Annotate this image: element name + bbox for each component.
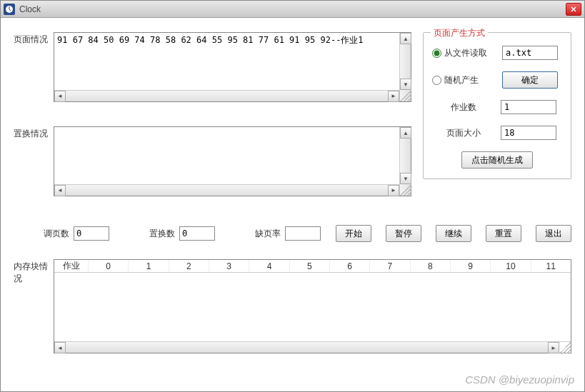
window-title: Clock [19, 4, 41, 14]
scroll-right-icon[interactable]: ► [388, 91, 399, 102]
resize-grip-icon [559, 342, 571, 353]
radio-random-label: 随机产生 [444, 74, 479, 86]
miss-input[interactable] [285, 226, 321, 241]
scroll-left-icon[interactable]: ◄ [54, 91, 66, 102]
exit-button[interactable]: 退出 [536, 225, 571, 242]
v-scrollbar[interactable]: ▲ ▼ [399, 33, 411, 101]
memory-header-0: 0 [89, 260, 129, 272]
pages-input[interactable] [74, 226, 109, 241]
close-icon [571, 6, 576, 12]
memory-header-6: 6 [330, 260, 370, 272]
memory-header-7: 7 [370, 260, 410, 272]
memory-header-9: 9 [451, 260, 491, 272]
resize-grip-icon [400, 90, 411, 101]
replace-situation-label: 置换情况 [14, 126, 54, 140]
close-button[interactable] [566, 3, 581, 16]
scroll-up-icon[interactable]: ▲ [400, 127, 411, 139]
scroll-right-icon[interactable]: ► [388, 185, 399, 196]
resize-grip-icon [400, 184, 411, 196]
memory-header-1: 1 [129, 260, 169, 272]
miss-label: 缺页率 [255, 228, 281, 240]
replaces-label: 置换数 [149, 228, 175, 240]
pagesize-label: 页面大小 [432, 127, 495, 139]
stats-row: 调页数 置换数 缺页率 开始 暂停 继续 重置 退出 [14, 225, 571, 242]
radio-from-file[interactable] [432, 49, 441, 58]
app-window: Clock 页面情况 91 67 84 50 69 74 78 58 62 64… [0, 0, 585, 392]
content-area: 页面情况 91 67 84 50 69 74 78 58 62 64 55 95… [1, 18, 584, 391]
pause-button[interactable]: 暂停 [386, 225, 421, 242]
h-scrollbar[interactable]: ◄ ► [54, 341, 571, 353]
h-scrollbar[interactable]: ◄ ► [54, 90, 399, 101]
scroll-down-icon[interactable]: ▼ [400, 173, 411, 184]
page-situation-textarea[interactable]: 91 67 84 50 69 74 78 58 62 64 55 95 81 7… [54, 32, 411, 102]
replace-situation-textarea[interactable]: ◄ ► ▲ ▼ [54, 126, 411, 196]
h-scrollbar[interactable]: ◄ ► [54, 184, 399, 196]
radio-from-file-label: 从文件读取 [444, 47, 487, 59]
memory-header-11: 11 [531, 260, 571, 272]
replaces-input[interactable] [179, 226, 215, 241]
generation-groupbox: 页面产生方式 从文件读取 随机产生 确定 [423, 32, 571, 179]
app-icon [4, 4, 15, 15]
memory-header-5: 5 [290, 260, 330, 272]
memory-header-3: 3 [209, 260, 249, 272]
memory-grid[interactable]: 作业 0 1 2 3 4 5 6 7 8 9 10 11 ◄ [54, 259, 571, 353]
v-scrollbar[interactable]: ▲ ▼ [399, 127, 411, 196]
random-generate-button[interactable]: 点击随机生成 [461, 151, 533, 169]
memory-header-8: 8 [411, 260, 451, 272]
continue-button[interactable]: 继续 [436, 225, 471, 242]
scroll-left-icon[interactable]: ◄ [54, 342, 66, 353]
page-situation-label: 页面情况 [14, 32, 54, 46]
memory-row: 内存块情况 作业 0 1 2 3 4 5 6 7 8 9 10 11 [14, 259, 571, 353]
confirm-button[interactable]: 确定 [502, 71, 558, 89]
replace-situation-content [54, 127, 399, 184]
file-input[interactable] [502, 46, 558, 60]
reset-button[interactable]: 重置 [486, 225, 521, 242]
jobs-label: 作业数 [432, 101, 495, 114]
memory-header-2: 2 [169, 260, 209, 272]
page-situation-content: 91 67 84 50 69 74 78 58 62 64 55 95 81 7… [54, 33, 399, 90]
scroll-down-icon[interactable]: ▼ [400, 79, 411, 90]
scroll-left-icon[interactable]: ◄ [54, 185, 66, 196]
memory-label: 内存块情况 [14, 259, 54, 285]
start-button[interactable]: 开始 [336, 225, 371, 242]
pages-label: 调页数 [44, 228, 69, 240]
titlebar: Clock [1, 1, 584, 18]
replace-situation-row: 置换情况 ◄ ► [14, 126, 411, 196]
memory-header-4: 4 [249, 260, 289, 272]
pagesize-input[interactable] [501, 126, 556, 140]
page-situation-row: 页面情况 91 67 84 50 69 74 78 58 62 64 55 95… [14, 32, 411, 102]
memory-header-10: 10 [491, 260, 531, 272]
jobs-input[interactable] [501, 100, 556, 114]
generation-title: 页面产生方式 [431, 27, 488, 39]
radio-random[interactable] [432, 76, 441, 85]
memory-header-job: 作业 [54, 260, 89, 272]
scroll-up-icon[interactable]: ▲ [400, 33, 411, 44]
scroll-right-icon[interactable]: ► [548, 342, 559, 353]
memory-body [54, 273, 571, 341]
watermark: CSDN @biyezuopinvip [465, 373, 574, 386]
memory-header: 作业 0 1 2 3 4 5 6 7 8 9 10 11 [54, 260, 571, 273]
